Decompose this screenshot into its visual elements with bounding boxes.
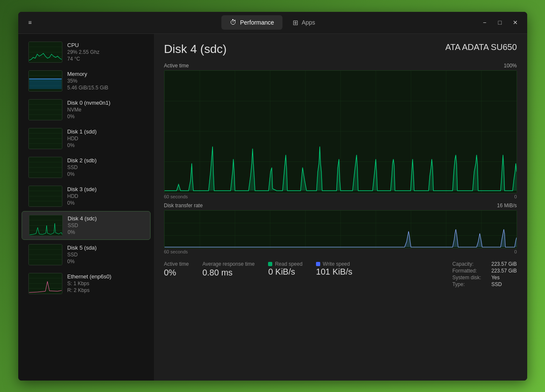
avg-response-stat: Average response time 0.80 ms [202, 261, 254, 278]
disk-model: ATA ADATA SU650 [445, 42, 517, 52]
active-time-max: 100% [504, 63, 517, 69]
write-speed-label: Write speed [316, 261, 352, 267]
transfer-60s: 60 seconds [164, 249, 188, 254]
cpu-sub2: 74 °C [67, 56, 144, 62]
active-time-chart [164, 70, 517, 193]
disk0-sub1: NVMe [67, 107, 144, 113]
sidebar-item-memory[interactable]: Memory 35% 5.46 GiB/15.5 GiB [22, 67, 151, 95]
formatted-value: 223.57 GiB [491, 268, 517, 274]
tab-performance[interactable]: ⏱ Performance [221, 15, 282, 30]
sidebar-item-disk3[interactable]: Disk 3 (sde) HDD 0% [22, 182, 151, 210]
active-time-stat-label: Active time [164, 261, 189, 267]
transfer-rate-label: Disk transfer rate [164, 203, 203, 209]
memory-sub2: 5.46 GiB/15.5 GiB [67, 85, 144, 91]
rw-row: Read speed 0 KiB/s Write speed 101 KiB/s [268, 261, 352, 277]
ethernet-info: Ethernet (enp6s0) S: 1 Kbps R: 2 Kbps [67, 273, 144, 293]
read-speed-value: 0 KiB/s [268, 267, 302, 277]
ethernet-name: Ethernet (enp6s0) [67, 273, 144, 280]
cpu-name: CPU [67, 42, 144, 48]
disk4-sub2: 0% [68, 229, 143, 235]
maximize-button[interactable]: □ [493, 16, 507, 29]
close-button[interactable]: ✕ [509, 16, 522, 29]
disk4-name: Disk 4 (sdc) [68, 215, 143, 222]
tab-bar: ⏱ Performance ⊞ Apps [221, 15, 324, 30]
cpu-mini-chart [28, 42, 62, 63]
disk1-info: Disk 1 (sdd) HDD 0% [67, 128, 144, 148]
tab-apps-label: Apps [302, 19, 315, 26]
ethernet-sub2: R: 2 Kbps [67, 287, 144, 293]
write-speed-item: Write speed 101 KiB/s [316, 261, 352, 277]
disk1-sub1: HDD [67, 136, 144, 142]
disk0-sub2: 0% [67, 114, 144, 120]
disk5-name: Disk 5 (sda) [67, 245, 144, 251]
transfer-rate-chart [164, 210, 517, 248]
disk4-mini-chart [29, 215, 63, 236]
disk-details: Capacity: 223.57 GiB Formatted: 223.57 G… [452, 261, 517, 287]
disk3-mini-chart [28, 186, 62, 207]
sidebar-item-cpu[interactable]: CPU 29% 2.55 Ghz 74 °C [22, 38, 151, 66]
read-dot [268, 262, 272, 266]
type-label: Type: [452, 281, 481, 287]
disk3-sub1: HDD [67, 193, 144, 199]
active-time-60s: 60 seconds [164, 194, 188, 199]
disk-title: Disk 4 (sdc) [164, 42, 227, 56]
transfer-rate-footer: 60 seconds 0 [164, 249, 517, 254]
disk4-sub1: SSD [68, 222, 143, 228]
tab-apps[interactable]: ⊞ Apps [284, 15, 324, 30]
apps-icon: ⊞ [293, 19, 298, 27]
main-window: ≡ ⏱ Performance ⊞ Apps − □ ✕ [18, 12, 527, 381]
disk3-sub2: 0% [67, 200, 144, 206]
cpu-info: CPU 29% 2.55 Ghz 74 °C [67, 42, 144, 62]
sidebar-item-disk5[interactable]: Disk 5 (sda) SSD 0% [22, 241, 151, 269]
sidebar: CPU 29% 2.55 Ghz 74 °C [18, 34, 154, 381]
main-header: Disk 4 (sdc) ATA ADATA SU650 [164, 42, 517, 56]
sidebar-item-disk4[interactable]: Disk 4 (sdc) SSD 0% [22, 211, 151, 240]
disk5-sub2: 0% [67, 259, 144, 264]
memory-mini-chart [28, 70, 62, 92]
transfer-rate-max: 16 MiB/s [497, 203, 517, 209]
active-time-stat: Active time 0% [164, 261, 189, 278]
disk0-mini-chart [28, 99, 62, 120]
active-time-header: Active time 100% [164, 63, 517, 69]
avg-response-label: Average response time [202, 261, 254, 267]
active-time-0: 0 [514, 194, 517, 199]
disk0-info: Disk 0 (nvme0n1) NVMe 0% [67, 100, 144, 120]
disk3-info: Disk 3 (sde) HDD 0% [67, 186, 144, 206]
svg-rect-8 [29, 79, 61, 89]
disk1-mini-chart [28, 128, 62, 149]
disk2-name: Disk 2 (sdb) [67, 157, 144, 164]
sidebar-item-disk1[interactable]: Disk 1 (sdd) HDD 0% [22, 125, 151, 153]
write-dot [316, 262, 320, 266]
sidebar-item-disk0[interactable]: Disk 0 (nvme0n1) NVMe 0% [22, 96, 151, 124]
system-disk-value: Yes [491, 275, 517, 281]
disk2-info: Disk 2 (sdb) SSD 0% [67, 157, 144, 177]
stats-row: Active time 0% Average response time 0.8… [164, 261, 517, 287]
disk1-name: Disk 1 (sdd) [67, 128, 144, 135]
capacity-value: 223.57 GiB [491, 261, 517, 267]
disk4-info: Disk 4 (sdc) SSD 0% [68, 215, 143, 235]
disk0-name: Disk 0 (nvme0n1) [67, 100, 144, 106]
main-panel: Disk 4 (sdc) ATA ADATA SU650 Active time… [154, 34, 527, 381]
titlebar-right: − □ ✕ [324, 16, 522, 29]
active-time-label: Active time [164, 63, 189, 69]
menu-button[interactable]: ≡ [23, 16, 37, 29]
chart-section: Active time 100% [164, 63, 517, 372]
tab-performance-label: Performance [240, 19, 274, 26]
memory-sub1: 35% [67, 78, 144, 84]
cpu-sub1: 29% 2.55 Ghz [67, 49, 144, 55]
ethernet-sub1: S: 1 Kbps [67, 281, 144, 286]
minimize-button[interactable]: − [478, 16, 492, 29]
avg-response-value: 0.80 ms [202, 268, 254, 278]
disk5-sub1: SSD [67, 252, 144, 258]
sidebar-item-ethernet[interactable]: Ethernet (enp6s0) S: 1 Kbps R: 2 Kbps [22, 270, 151, 297]
disk3-name: Disk 3 (sde) [67, 186, 144, 192]
ethernet-mini-chart [28, 273, 62, 294]
active-time-footer: 60 seconds 0 [164, 194, 517, 199]
disk1-sub2: 0% [67, 142, 144, 148]
disk2-mini-chart [28, 157, 62, 178]
disk2-sub2: 0% [67, 171, 144, 177]
sidebar-item-disk2[interactable]: Disk 2 (sdb) SSD 0% [22, 153, 151, 181]
write-speed-value: 101 KiB/s [316, 267, 352, 277]
titlebar-left: ≡ [23, 16, 221, 29]
content: CPU 29% 2.55 Ghz 74 °C [18, 34, 527, 381]
